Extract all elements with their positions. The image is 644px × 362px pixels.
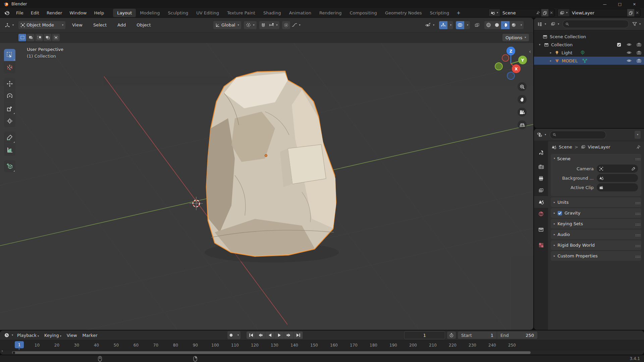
select-mode-extend[interactable] [27, 34, 35, 41]
panel-gravity[interactable]: ▸ Gravity [551, 208, 641, 218]
navigation-gizmo[interactable]: Z Y X [492, 45, 529, 82]
overlays-dropdown[interactable]: ▾ [464, 21, 470, 29]
gizmo-x-negative[interactable] [502, 55, 509, 61]
gizmo-x-axis[interactable]: X [512, 64, 521, 73]
close-button[interactable]: × [633, 2, 636, 6]
background-scene-field[interactable] [597, 174, 638, 182]
menu-help[interactable]: Help [91, 9, 108, 16]
outliner-filter-button[interactable]: ▾ [631, 20, 642, 28]
shading-dropdown[interactable]: ▾ [518, 21, 524, 29]
camera-view-button[interactable] [518, 108, 527, 117]
jump-to-start-button[interactable] [247, 331, 256, 339]
outliner-row-model[interactable]: ▸ MODEL [534, 57, 644, 65]
tab-rendering[interactable]: Rendering [315, 9, 345, 17]
shading-material-button[interactable] [501, 21, 509, 29]
outliner-search[interactable] [562, 20, 629, 28]
pan-hand-button[interactable] [518, 95, 527, 104]
select-mode-subtract[interactable] [35, 34, 43, 41]
zoom-button[interactable] [518, 82, 527, 91]
gizmo-z-negative[interactable] [507, 72, 515, 79]
tab-viewlayer-properties[interactable] [534, 184, 548, 196]
panel-rigid-body-world[interactable]: ▸ Rigid Body World [551, 240, 641, 250]
rotate-tool[interactable] [4, 90, 15, 102]
move-tool[interactable] [4, 78, 15, 90]
start-frame-field[interactable]: Start 1 [458, 331, 497, 339]
gizmo-y-axis[interactable]: Y [518, 56, 527, 64]
pin-scene-button[interactable] [535, 9, 541, 16]
drag-handle-icon[interactable] [636, 234, 636, 235]
panel-keying-sets[interactable]: ▸ Keying Sets [551, 219, 641, 229]
3d-viewport[interactable]: ▾ Object Mode ▾ View Select Add Object [0, 18, 533, 330]
menu-edit[interactable]: Edit [27, 9, 43, 16]
tab-sculpting[interactable]: Sculpting [164, 9, 192, 17]
tab-layout[interactable]: Layout [113, 9, 136, 17]
tab-texture-paint[interactable]: Texture Paint [223, 9, 259, 17]
next-keyframe-button[interactable] [284, 331, 293, 339]
tab-uv-editing[interactable]: UV Editing [192, 9, 223, 17]
panel-custom-properties[interactable]: ▸ Custom Properties [551, 251, 641, 261]
viewport-menu-add[interactable]: Add [113, 21, 130, 29]
blender-menu-icon[interactable] [0, 10, 12, 15]
new-viewlayer-button[interactable] [627, 9, 634, 16]
timeline-editor-type-button[interactable]: ▾ [3, 331, 14, 339]
select-box-tool[interactable] [4, 49, 15, 61]
scene-panel-header[interactable]: ▾ Scene [551, 154, 641, 163]
previous-keyframe-button[interactable] [256, 331, 265, 339]
select-mode-intersect[interactable] [52, 34, 60, 41]
preview-range-button[interactable] [447, 331, 456, 339]
active-clip-field[interactable] [597, 183, 638, 191]
tab-geometry-nodes[interactable]: Geometry Nodes [381, 9, 426, 17]
outliner-search-input[interactable] [571, 21, 626, 27]
tab-animation[interactable]: Animation [285, 9, 315, 17]
panel-audio[interactable]: ▸ Audio [551, 230, 641, 239]
outliner-row-collection[interactable]: ▾ Collection [534, 41, 644, 49]
tab-compositing[interactable]: Compositing [345, 9, 381, 17]
drag-handle-icon[interactable] [636, 245, 636, 246]
proportional-falloff-dropdown[interactable]: ▾ [290, 21, 302, 29]
unlink-scene-button[interactable]: × [548, 9, 554, 16]
timeline-menu-playback[interactable]: Playback▾ [14, 331, 42, 339]
playhead[interactable]: 1 [15, 341, 24, 348]
measure-tool[interactable] [4, 144, 15, 156]
shading-solid-button[interactable] [493, 21, 501, 29]
drag-handle-icon[interactable] [636, 202, 636, 203]
end-frame-field[interactable]: End 250 [497, 331, 537, 339]
scale-tool[interactable] [4, 103, 15, 115]
timeline-menu-view[interactable]: View [64, 331, 80, 339]
properties-editor-type-button[interactable]: ▾ [536, 131, 547, 139]
drag-handle-icon[interactable] [636, 213, 636, 214]
new-scene-button[interactable] [541, 9, 548, 16]
outliner-display-mode-button[interactable]: ▾ [536, 20, 547, 28]
minimize-button[interactable]: — [603, 2, 606, 6]
select-mode-new[interactable] [18, 34, 26, 41]
statue-model[interactable] [206, 71, 336, 256]
maximize-button[interactable]: □ [618, 2, 621, 6]
drag-handle-icon[interactable] [636, 158, 636, 159]
browse-scene-button[interactable]: ▾ [489, 9, 500, 16]
viewport-menu-view[interactable]: View [68, 21, 87, 29]
gizmo-y-negative[interactable] [495, 63, 502, 70]
gravity-checkbox[interactable] [557, 211, 562, 216]
pivot-point-dropdown[interactable]: ▾ [244, 21, 257, 29]
xray-toggle[interactable] [473, 21, 482, 29]
tab-scene-properties[interactable] [534, 196, 548, 208]
play-button[interactable] [275, 331, 284, 339]
tab-scripting[interactable]: Scripting [426, 9, 453, 17]
disable-render-toggle[interactable] [634, 59, 644, 63]
auto-keying-dropdown[interactable]: ▾ [235, 331, 240, 339]
add-cube-tool[interactable] [4, 160, 15, 172]
select-mode-invert[interactable] [44, 34, 51, 41]
overlays-toggle[interactable] [456, 21, 464, 29]
tab-output-properties[interactable] [534, 173, 548, 184]
hide-eye-toggle[interactable] [624, 43, 634, 47]
tab-world-properties[interactable] [534, 208, 548, 220]
viewport-menu-select[interactable]: Select [89, 21, 111, 29]
panel-units[interactable]: ▸ Units [551, 197, 641, 207]
transform-orientation-dropdown[interactable]: Global ▾ [213, 21, 241, 29]
show-object-types-dropdown[interactable]: ▾ [423, 21, 436, 29]
snap-toggle[interactable] [259, 21, 267, 29]
pin-icon[interactable] [636, 145, 641, 149]
options-button[interactable]: Options ▾ [502, 34, 529, 41]
region-expand-arrow[interactable]: › [1, 348, 3, 353]
gizmo-z-axis[interactable]: Z [506, 47, 515, 55]
